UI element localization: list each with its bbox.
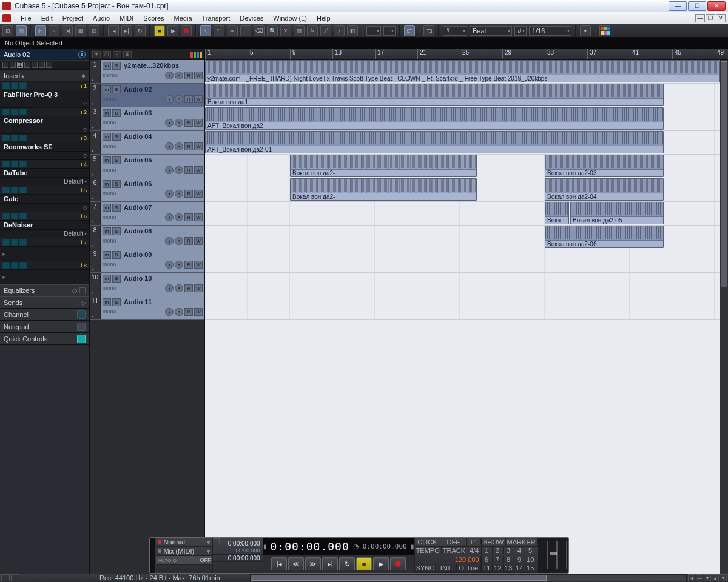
menu-project[interactable]: Project (58, 15, 88, 22)
track-number[interactable]: 6▸ (90, 178, 101, 201)
nudge-val[interactable] (383, 26, 396, 36)
marker-button[interactable]: 3 (504, 547, 514, 554)
mute-button[interactable]: m (103, 227, 111, 235)
mute-tool[interactable]: ✕ (280, 25, 291, 36)
track-lane[interactable]: Вокал вон да2-06 (205, 226, 728, 249)
close-button[interactable]: ✕ (707, 1, 726, 11)
insert-preset[interactable]: ◇ (0, 152, 89, 160)
marker-button[interactable]: 4 (514, 547, 525, 554)
rec-mode-select[interactable]: Normal (163, 538, 205, 546)
play-tool[interactable]: ♪ (334, 25, 345, 36)
track-row[interactable]: 2▸ mSAudio 02 mono●◂RW (90, 84, 204, 107)
zoom-in-h[interactable]: — (696, 574, 703, 581)
mute-button[interactable]: m (103, 62, 111, 70)
marker-button[interactable]: 10 (525, 556, 536, 563)
read-button[interactable]: R (184, 190, 193, 198)
read-button[interactable]: R (184, 95, 193, 103)
track-lane[interactable]: ВокаВокал вон да2-05 (205, 202, 728, 226)
write-button[interactable]: W (194, 308, 203, 316)
arrow-tool[interactable]: ↖ (200, 25, 211, 36)
track-row[interactable]: 1▸ mSy2mate...320kbps stereo●◂RW (90, 60, 204, 84)
write-button[interactable]: W (194, 237, 203, 245)
tool-4[interactable]: ▦ (75, 25, 86, 36)
menu-audio[interactable]: Audio (88, 15, 115, 22)
tp-forward[interactable]: ≫ (305, 557, 321, 570)
insert-power-icon[interactable] (2, 82, 10, 89)
mute-button[interactable]: m (103, 204, 111, 212)
section-notepad[interactable]: Notepad (0, 321, 89, 333)
read-button[interactable]: R (184, 308, 193, 316)
track-number[interactable]: 10▸ (90, 273, 101, 296)
th-2[interactable]: ▢ (103, 51, 111, 58)
tp-cycle[interactable]: ↻ (339, 557, 355, 570)
maximize-button[interactable]: ☐ (688, 1, 706, 11)
solo-button[interactable]: S (112, 85, 121, 93)
notepad-icon[interactable] (77, 323, 86, 331)
track-lane[interactable]: Вокал вон да2-Вокал вон да2-03 (205, 155, 728, 178)
monitor-button[interactable]: ◂ (175, 284, 183, 292)
marker-button[interactable]: 8 (504, 556, 514, 563)
insert-bypass-icon[interactable] (11, 187, 18, 193)
solo-button[interactable]: S (112, 62, 121, 70)
doc-minimize[interactable]: — (695, 14, 705, 22)
track-name[interactable]: Audio 10 (124, 275, 203, 282)
track-number[interactable]: 1▸ (90, 60, 101, 83)
track-number[interactable]: 8▸ (90, 226, 101, 249)
audio-clip[interactable]: y2mate.com - _FREE_ (HARD) Night Lovell … (205, 60, 720, 82)
snap-type[interactable]: ⫎ (423, 25, 434, 36)
marker-button[interactable]: 5 (525, 547, 536, 554)
insert-empty[interactable]: ▸ (0, 270, 89, 284)
cycle-button[interactable]: ↻ (135, 25, 146, 36)
track-name[interactable]: Audio 02 (124, 85, 203, 93)
grid-select[interactable]: # (443, 26, 467, 36)
mute-button[interactable]: m (103, 275, 111, 283)
track-lane[interactable]: y2mate.com - _FREE_ (HARD) Night Lovell … (205, 60, 728, 84)
solo-button[interactable]: S (112, 204, 121, 212)
record-enable[interactable]: ● (165, 237, 174, 245)
monitor-button[interactable]: ◂ (175, 72, 183, 79)
insert-power-icon[interactable] (2, 135, 10, 141)
tp-goto-end[interactable]: ▸| (322, 557, 338, 570)
play-button[interactable]: ▶ (167, 25, 178, 36)
monitor-button[interactable]: ◂ (175, 119, 183, 127)
right-locator[interactable]: 0:00:00.000 (213, 555, 262, 562)
track-lane[interactable] (205, 249, 728, 273)
marker-button[interactable]: 11 (482, 564, 493, 572)
record-enable[interactable]: ● (165, 142, 174, 150)
transport-panel[interactable]: Normal▾ Mix (MIDI)▾ AUTO QOFF 0:00:00.00… (149, 537, 569, 574)
arrangement-area[interactable]: 15913172125293337414549 y2mate.com - _FR… (205, 49, 728, 574)
audio-clip[interactable]: Вокал вон да2- (290, 178, 477, 201)
insert-power-icon[interactable] (2, 239, 10, 246)
menu-devices[interactable]: Devices (235, 15, 268, 22)
menu-transport[interactable]: Transport (197, 15, 235, 22)
section-equalizers[interactable]: Equalizers◇ (0, 284, 89, 296)
track-name[interactable]: Audio 05 (124, 156, 203, 164)
tool-2[interactable]: ≡ (49, 25, 59, 36)
precount-icon[interactable]: ||* (467, 539, 481, 544)
channel-icon[interactable] (77, 310, 86, 319)
track-lane[interactable] (205, 296, 728, 320)
status-btn-1[interactable] (1, 574, 10, 581)
monitor-button[interactable]: ◂ (175, 237, 183, 245)
hscroll-thumb[interactable] (251, 575, 547, 581)
mute-button[interactable]: m (103, 109, 111, 117)
menu-midi[interactable]: MIDI (115, 15, 138, 22)
timeline-ruler[interactable]: 15913172125293337414549 (205, 49, 728, 60)
track-row[interactable]: 9▸ mSAudio 09 mono●◂RW (90, 249, 204, 273)
mute-button[interactable]: m (103, 298, 111, 306)
insert-edit-icon[interactable] (19, 82, 27, 89)
color-select[interactable]: ✦ (580, 25, 591, 36)
mute-button[interactable]: m (103, 85, 111, 93)
section-quick[interactable]: Quick Controls (0, 333, 89, 345)
record-enable[interactable]: ● (165, 119, 174, 127)
track-name[interactable]: Audio 03 (124, 109, 203, 116)
zoom-out-v[interactable]: ▴ (712, 574, 719, 581)
inspector-track-name[interactable]: Audio 02e (0, 49, 89, 60)
track-lane[interactable]: АРТ_Вокал вон да2-01 (205, 131, 728, 155)
grid-val[interactable]: # (514, 26, 527, 36)
track-row[interactable]: 11▸ mSAudio 11 mono●◂RW (90, 296, 204, 320)
section-channel[interactable]: Channel (0, 309, 89, 321)
insert-preset[interactable]: ◇ (0, 204, 89, 212)
edit-channel-icon[interactable]: e (78, 51, 86, 58)
snap-button[interactable]: ⫍ (404, 25, 415, 36)
